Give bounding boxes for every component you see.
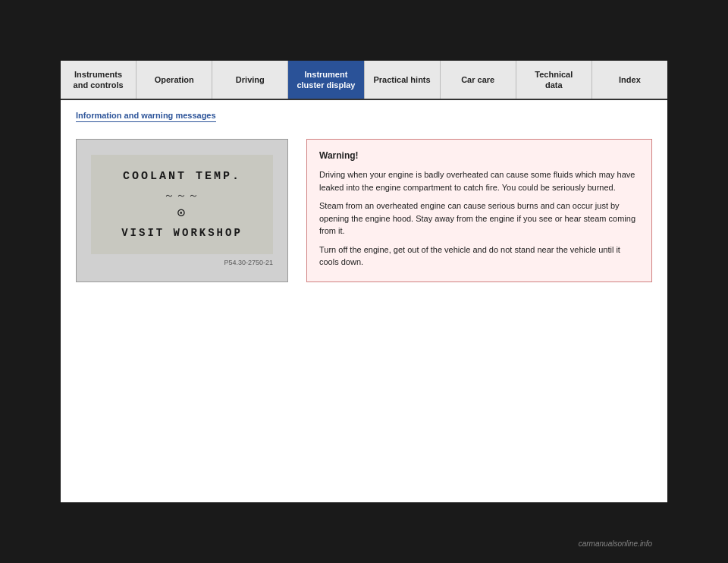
content-area: Instruments and controls Operation Drivi… (61, 61, 667, 502)
image-caption: P54.30-2750-21 (91, 259, 273, 266)
nav-item-practical-hints[interactable]: Practical hints (365, 61, 441, 99)
page-container: Instruments and controls Operation Drivi… (0, 0, 728, 563)
thermometer-icon: ～～～ ⊙ (103, 189, 261, 221)
nav-item-instrument-cluster-display[interactable]: Instrument cluster display (288, 61, 364, 99)
footer-area: carmanualsonline.info (579, 539, 652, 548)
watermark-text: carmanualsonline.info (579, 539, 652, 548)
thermo-bulb-icon: ⊙ (177, 204, 187, 221)
navigation-bar: Instruments and controls Operation Drivi… (61, 61, 667, 100)
nav-item-car-care[interactable]: Car care (441, 61, 516, 99)
nav-item-technical-data[interactable]: Technical data (516, 61, 592, 99)
warning-paragraph-1: Driving when your engine is badly overhe… (319, 168, 639, 193)
display-line2: VISIT WORKSHOP (103, 227, 261, 239)
warning-paragraph-2: Steam from an overheated engine can caus… (319, 200, 639, 237)
thermo-waves-icon: ～～～ (164, 189, 200, 203)
section-heading: Information and warning messages (76, 111, 216, 122)
nav-item-operation[interactable]: Operation (136, 61, 212, 99)
display-line1: COOLANT TEMP. (103, 170, 261, 183)
display-box: COOLANT TEMP. ～～～ ⊙ VISIT WORKSHOP P54.3… (76, 139, 288, 282)
warning-paragraph-3: Turn off the engine, get out of the vehi… (319, 244, 639, 269)
warning-box: Warning! Driving when your engine is bad… (306, 139, 652, 282)
nav-item-instruments[interactable]: Instruments and controls (61, 61, 136, 99)
nav-item-index[interactable]: Index (592, 61, 667, 99)
page-body: Information and warning messages COOLANT… (61, 100, 667, 297)
warning-title: Warning! (319, 150, 639, 161)
display-screen: COOLANT TEMP. ～～～ ⊙ VISIT WORKSHOP (91, 155, 273, 254)
display-image-container: COOLANT TEMP. ～～～ ⊙ VISIT WORKSHOP P54.3… (76, 139, 288, 282)
main-content: COOLANT TEMP. ～～～ ⊙ VISIT WORKSHOP P54.3… (76, 139, 652, 282)
nav-item-driving[interactable]: Driving (212, 61, 288, 99)
